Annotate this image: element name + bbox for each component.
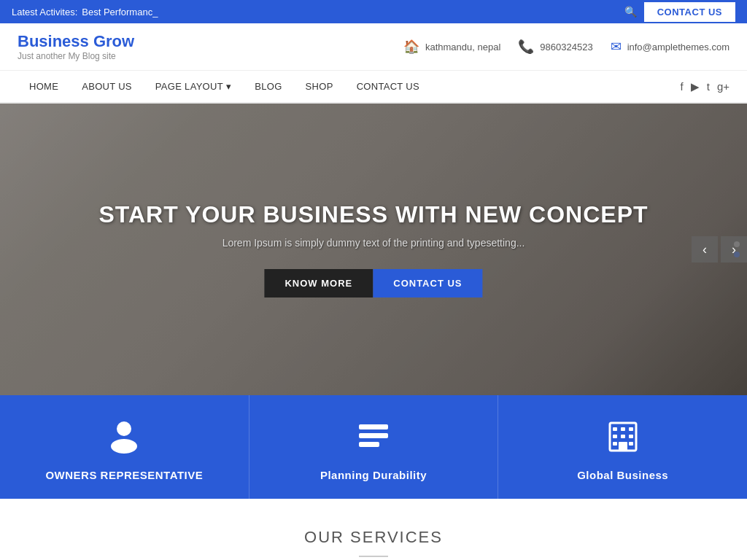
nav-home[interactable]: HOME (18, 71, 70, 102)
know-more-button[interactable]: KNOW MORE (264, 269, 373, 298)
location-text: kathmandu, nepal (425, 42, 500, 52)
svg-rect-11 (629, 435, 633, 438)
svg-rect-4 (359, 442, 379, 447)
social-links: f ▶ t g+ (681, 80, 729, 93)
menu-lines-icon (261, 419, 487, 460)
hero-section: START YOUR BUSINESS WITH NEW CONCEPT Lor… (0, 104, 747, 395)
hero-buttons: KNOW MORE CONTACT US (74, 269, 672, 298)
feature-box-global: Global Business (498, 395, 747, 499)
header-contact-info: 🏠 kathmandu, nepal 📞 9860324523 ✉ info@a… (403, 39, 729, 55)
top-bar-news: Latest Activites: Best Performanc_ (12, 7, 158, 18)
svg-rect-13 (629, 442, 633, 446)
hero-contact-button[interactable]: CONTACT US (373, 269, 482, 298)
site-logo: Business Grow Just another My Blog site (18, 32, 134, 61)
email-info: ✉ info@amplethemes.com (611, 39, 729, 55)
email-text: info@amplethemes.com (627, 42, 729, 52)
svg-rect-9 (613, 435, 617, 438)
nav-page-layout[interactable]: PAGE LAYOUT ▾ (144, 71, 243, 102)
googleplus-icon[interactable]: g+ (717, 80, 729, 93)
phone-info: 📞 9860324523 (518, 39, 592, 55)
services-divider (359, 556, 388, 557)
location-info: 🏠 kathmandu, nepal (403, 39, 500, 55)
facebook-icon[interactable]: f (681, 80, 684, 93)
svg-rect-14 (619, 442, 627, 451)
services-title: OUR SERVICES (18, 528, 729, 547)
building-icon (510, 419, 735, 460)
main-nav: HOME ABOUT US PAGE LAYOUT ▾ BLOG SHOP CO… (0, 71, 747, 104)
slider-prev-button[interactable]: ‹ (692, 236, 718, 262)
feature-box-owners: OWNERS REPRESENTATIVE (0, 395, 249, 499)
site-subtitle: Just another My Blog site (18, 51, 134, 61)
svg-rect-3 (359, 433, 388, 438)
svg-rect-7 (621, 427, 625, 431)
hero-title: START YOUR BUSINESS WITH NEW CONCEPT (74, 201, 672, 228)
search-icon[interactable]: 🔍 (624, 6, 637, 18)
person-icon (12, 419, 237, 460)
nav-blog[interactable]: BLOG (243, 71, 293, 102)
top-bar-actions: 🔍 CONTACT US (624, 2, 735, 22)
hero-content: START YOUR BUSINESS WITH NEW CONCEPT Lor… (74, 201, 672, 298)
feature-boxes: OWNERS REPRESENTATIVE Planning Durabilit… (0, 395, 747, 499)
email-icon: ✉ (611, 39, 622, 55)
services-section: OUR SERVICES (0, 499, 747, 560)
top-contact-button[interactable]: CONTACT US (644, 2, 735, 22)
nav-about[interactable]: ABOUT US (70, 71, 144, 102)
svg-rect-2 (359, 424, 388, 429)
phone-text: 9860324523 (540, 42, 592, 52)
top-bar: Latest Activites: Best Performanc_ 🔍 CON… (0, 0, 747, 23)
svg-point-1 (111, 439, 137, 454)
feature-title-owners: OWNERS REPRESENTATIVE (12, 469, 237, 481)
dropdown-arrow-icon: ▾ (226, 81, 231, 92)
site-header: Business Grow Just another My Blog site … (0, 23, 747, 71)
feature-title-global: Global Business (510, 469, 735, 481)
latest-text: Best Performanc_ (82, 7, 158, 18)
youtube-icon[interactable]: ▶ (691, 80, 700, 93)
svg-rect-6 (613, 427, 617, 431)
svg-point-0 (117, 421, 131, 436)
svg-rect-8 (629, 427, 633, 431)
site-title[interactable]: Business Grow (18, 32, 134, 51)
svg-rect-12 (613, 442, 617, 446)
phone-icon: 📞 (518, 39, 534, 55)
latest-label: Latest Activites: (12, 7, 77, 18)
nav-shop[interactable]: SHOP (294, 71, 345, 102)
feature-box-planning: Planning Durability (249, 395, 499, 499)
slider-next-button[interactable]: › (721, 236, 747, 262)
twitter-icon[interactable]: t (707, 80, 710, 93)
nav-links: HOME ABOUT US PAGE LAYOUT ▾ BLOG SHOP CO… (18, 71, 431, 102)
nav-contact[interactable]: CONTACT US (345, 71, 431, 102)
hero-subtitle: Lorem Ipsum is simply dummy text of the … (74, 237, 672, 249)
feature-title-planning: Planning Durability (261, 469, 487, 481)
svg-rect-10 (621, 435, 625, 438)
home-icon: 🏠 (403, 39, 419, 55)
